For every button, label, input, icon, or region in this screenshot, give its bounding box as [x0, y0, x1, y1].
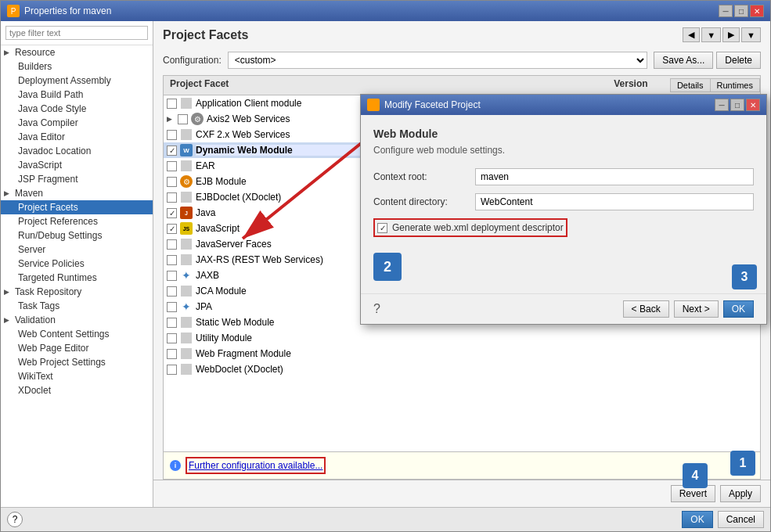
- facet-checkbox[interactable]: [167, 177, 177, 187]
- delete-button[interactable]: Delete: [716, 52, 761, 69]
- maximize-button[interactable]: □: [734, 5, 748, 17]
- facet-row[interactable]: Web Fragment Module: [164, 346, 760, 361]
- facet-checkbox[interactable]: [167, 333, 177, 343]
- runtimes-button[interactable]: Runtimes: [710, 78, 760, 92]
- sidebar-item-web-project-settings[interactable]: Web Project Settings: [1, 355, 153, 369]
- sidebar-item-service-policies[interactable]: Service Policies: [1, 257, 153, 271]
- sidebar-item-targeted-runtimes[interactable]: Targeted Runtimes: [1, 271, 153, 285]
- sidebar-item-label: Builders: [18, 61, 52, 72]
- sidebar-item-label: WikiText: [18, 371, 53, 382]
- sidebar-item-label: Task Repository: [15, 286, 81, 297]
- sidebar-item-builders[interactable]: Builders: [1, 59, 153, 74]
- close-button[interactable]: ✕: [750, 5, 764, 17]
- sidebar-item-label: XDoclet: [18, 385, 51, 396]
- sidebar-item-web-content-settings[interactable]: Web Content Settings: [1, 327, 153, 341]
- save-as-button[interactable]: Save As...: [654, 52, 713, 69]
- sidebar-item-task-tags[interactable]: Task Tags: [1, 299, 153, 313]
- sidebar-item-task-repository[interactable]: ▶ Task Repository: [1, 285, 153, 299]
- facet-checkbox[interactable]: [167, 192, 177, 203]
- facet-checkbox[interactable]: [167, 255, 177, 265]
- facet-checkbox[interactable]: [167, 224, 177, 234]
- facet-checkbox[interactable]: [167, 286, 177, 297]
- sidebar-item-maven[interactable]: ▶ Maven: [1, 186, 153, 200]
- sidebar-item-jsp-fragment[interactable]: JSP Fragment: [1, 172, 153, 186]
- sidebar-item-javascript[interactable]: JavaScript: [1, 158, 153, 172]
- sidebar-item-xdoclet[interactable]: XDoclet: [1, 383, 153, 397]
- dialog-minimize-button[interactable]: ─: [715, 99, 729, 111]
- dialog-maximize-button[interactable]: □: [730, 99, 744, 111]
- sidebar-item-java-code-style[interactable]: Java Code Style: [1, 102, 153, 116]
- badge-1: 1: [730, 451, 755, 476]
- sidebar-item-project-facets[interactable]: Project Facets: [1, 200, 153, 214]
- facet-checkbox[interactable]: [167, 99, 177, 109]
- sidebar-item-java-compiler[interactable]: Java Compiler: [1, 116, 153, 130]
- back-nav-button[interactable]: ◀: [683, 27, 700, 42]
- facet-checkbox[interactable]: [167, 146, 177, 156]
- minimize-button[interactable]: ─: [719, 5, 733, 17]
- facet-type-icon: [180, 191, 193, 203]
- bottom-bar: Revert Apply 4: [153, 480, 770, 507]
- further-config-link[interactable]: Further configuration available...: [186, 457, 326, 474]
- svg-rect-0: [181, 98, 192, 109]
- sidebar-item-resource[interactable]: ▶ Resource: [1, 45, 153, 59]
- window-controls[interactable]: ─ □ ✕: [719, 5, 764, 17]
- facet-checkbox[interactable]: [167, 349, 177, 359]
- svg-rect-3: [181, 192, 192, 203]
- forward-nav-button[interactable]: ▶: [722, 27, 740, 42]
- sidebar-item-server[interactable]: Server: [1, 243, 153, 257]
- search-input[interactable]: [5, 26, 148, 40]
- facet-checkbox[interactable]: [167, 161, 177, 171]
- sidebar-item-web-page-editor[interactable]: Web Page Editor: [1, 341, 153, 355]
- dialog-help-button[interactable]: ?: [373, 302, 380, 316]
- context-root-input[interactable]: [475, 168, 754, 185]
- help-button[interactable]: ?: [7, 512, 23, 527]
- config-select[interactable]: <custom>: [228, 52, 648, 69]
- sidebar-item-wikitext[interactable]: WikiText: [1, 369, 153, 383]
- facet-checkbox[interactable]: [167, 271, 177, 281]
- sidebar-item-label: Web Project Settings: [18, 357, 106, 368]
- facet-row[interactable]: Utility Module: [164, 330, 760, 346]
- panel-header: Project Facets ◀ ▼ ▶ ▼: [153, 21, 770, 49]
- generate-webxml-label: Generate web.xml deployment descriptor: [392, 222, 564, 233]
- forward-nav-dropdown-button[interactable]: ▼: [741, 27, 761, 42]
- facet-type-icon: [180, 347, 193, 360]
- back-button[interactable]: < Back: [623, 300, 669, 318]
- facet-checkbox[interactable]: [167, 208, 177, 218]
- page-title: Project Facets: [163, 28, 248, 42]
- dialog-close-button[interactable]: ✕: [746, 99, 760, 111]
- sidebar-item-deployment-assembly[interactable]: Deployment Assembly: [1, 74, 153, 88]
- facet-checkbox[interactable]: [167, 130, 177, 140]
- details-button[interactable]: Details: [670, 78, 710, 92]
- dropdown-nav-button[interactable]: ▼: [701, 27, 721, 42]
- next-button[interactable]: Next >: [674, 300, 719, 318]
- sidebar-item-java-editor[interactable]: Java Editor: [1, 130, 153, 144]
- svg-rect-9: [181, 348, 192, 359]
- sidebar-item-validation[interactable]: ▶ Validation: [1, 313, 153, 327]
- facet-type-icon: [180, 160, 193, 172]
- sidebar-item-label: Java Editor: [18, 131, 65, 142]
- dialog-window-controls[interactable]: ─ □ ✕: [715, 99, 760, 111]
- facet-checkbox[interactable]: [167, 239, 177, 250]
- facet-checkbox[interactable]: [167, 302, 177, 312]
- facet-checkbox[interactable]: [178, 114, 188, 124]
- apply-button[interactable]: Apply: [720, 485, 761, 502]
- sidebar-item-javadoc-location[interactable]: Javadoc Location: [1, 144, 153, 158]
- sidebar-item-project-references[interactable]: Project References: [1, 214, 153, 228]
- sidebar-item-java-build-path[interactable]: Java Build Path: [1, 88, 153, 102]
- sidebar-item-label: Java Code Style: [18, 103, 86, 114]
- dialog-title-label: Modify Faceted Project: [384, 99, 481, 110]
- sidebar-item-run-debug[interactable]: Run/Debug Settings: [1, 228, 153, 243]
- gear-icon: ⚙: [191, 113, 204, 125]
- cancel-button[interactable]: Cancel: [718, 511, 764, 528]
- generate-webxml-checkbox[interactable]: [377, 223, 387, 233]
- dialog-description: Configure web module settings.: [373, 145, 754, 156]
- content-directory-input[interactable]: [475, 193, 754, 210]
- facet-checkbox[interactable]: [167, 318, 177, 328]
- sidebar-item-label: JavaScript: [18, 160, 62, 171]
- facet-row[interactable]: WebDoclet (XDoclet): [164, 361, 760, 377]
- dialog-ok-button[interactable]: OK: [723, 300, 754, 318]
- ok-button[interactable]: OK: [682, 511, 712, 528]
- facet-checkbox[interactable]: [167, 365, 177, 375]
- sidebar-item-label: Java Build Path: [18, 89, 83, 100]
- dialog-title-bar: Modify Faceted Project ─ □ ✕: [361, 95, 766, 115]
